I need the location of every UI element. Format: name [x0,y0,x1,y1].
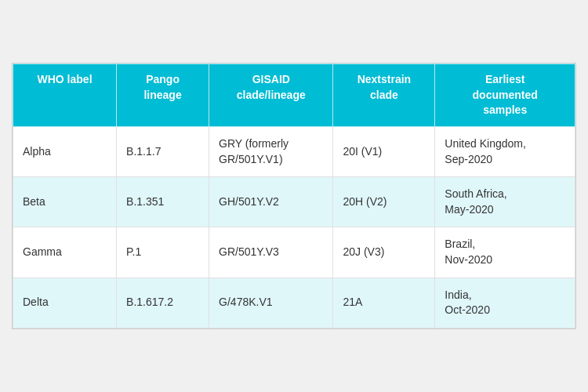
cell-earliest: Brazil,Nov-2020 [435,227,575,278]
cell-pango: B.1.617.2 [117,278,209,328]
cell-who: Alpha [13,127,117,177]
cell-earliest: India,Oct-2020 [435,278,575,328]
col-header-earliest: Earliestdocumentedsamples [435,64,575,127]
col-header-pango: Pangolineage [117,64,209,127]
cell-nextstrain: 20J (V3) [333,227,435,278]
cell-nextstrain: 21A [333,278,435,328]
cell-earliest: United Kingdom,Sep-2020 [435,127,575,177]
cell-nextstrain: 20H (V2) [333,177,435,227]
table-row: GammaP.1GR/501Y.V320J (V3)Brazil,Nov-202… [13,227,575,278]
cell-gisaid: GRY (formerlyGR/501Y.V1) [209,127,333,177]
table-row: BetaB.1.351GH/501Y.V220H (V2)South Afric… [13,177,575,227]
col-header-who: WHO label [13,64,117,127]
cell-gisaid: GR/501Y.V3 [209,227,333,278]
table-row: DeltaB.1.617.2G/478K.V121AIndia,Oct-2020 [13,278,575,328]
cell-pango: B.1.1.7 [117,127,209,177]
cell-pango: B.1.351 [117,177,209,227]
cell-pango: P.1 [117,227,209,278]
cell-who: Gamma [13,227,117,278]
cell-gisaid: G/478K.V1 [209,278,333,328]
table-header-row: WHO label Pangolineage GISAIDclade/linea… [13,64,575,127]
variant-table: WHO label Pangolineage GISAIDclade/linea… [12,63,576,329]
col-header-nextstrain: Nextstrainclade [333,64,435,127]
table-row: AlphaB.1.1.7GRY (formerlyGR/501Y.V1)20I … [13,127,575,177]
cell-who: Delta [13,278,117,328]
cell-who: Beta [13,177,117,227]
col-header-gisaid: GISAIDclade/lineage [209,64,333,127]
cell-earliest: South Africa,May-2020 [435,177,575,227]
cell-gisaid: GH/501Y.V2 [209,177,333,227]
cell-nextstrain: 20I (V1) [333,127,435,177]
